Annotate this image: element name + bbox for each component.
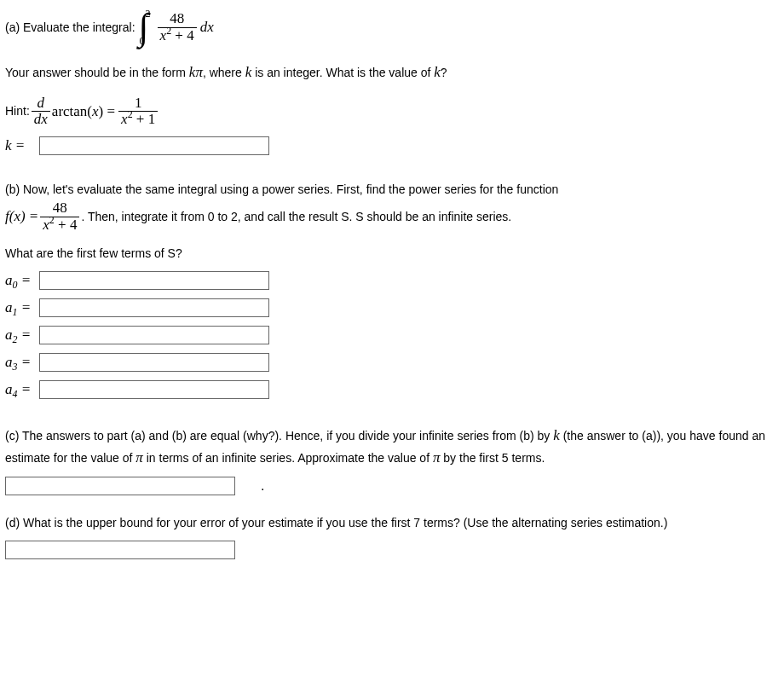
part-b-question: What are the first few terms of S?: [5, 245, 779, 263]
a3-input[interactable]: [39, 353, 269, 372]
a2-row: a2 =: [5, 326, 779, 344]
a4-row: a4 =: [5, 380, 779, 399]
a4-label: a4 =: [5, 381, 39, 398]
part-d-text: (d) What is the upper bound for your err…: [5, 514, 779, 532]
part-c-input-row: .: [5, 477, 779, 495]
error-bound-input[interactable]: [5, 541, 235, 559]
a0-label: a0 =: [5, 272, 39, 289]
k-input-row: k =: [5, 136, 779, 155]
int-upper: 2: [146, 9, 151, 19]
integrand-dx: dx: [200, 16, 214, 38]
int-lower: 0: [140, 36, 145, 46]
a3-row: a3 =: [5, 353, 779, 372]
a0-input[interactable]: [39, 271, 269, 290]
a4-input[interactable]: [39, 380, 269, 399]
k-input[interactable]: [39, 136, 269, 155]
a1-input[interactable]: [39, 298, 269, 317]
pi-approx-input[interactable]: [5, 477, 235, 495]
part-c-text: (c) The answers to part (a) and (b) are …: [5, 425, 779, 468]
part-a-prompt: (a) Evaluate the integral: ∫ 2 0 48 x2 +…: [5, 9, 779, 46]
part-a-hint: Hint: d dx arctan(x) = 1 x2 + 1: [5, 95, 779, 128]
part-a-instruction: Your answer should be in the form kπ, wh…: [5, 61, 779, 84]
hint-label: Hint:: [5, 102, 30, 120]
a0-row: a0 =: [5, 271, 779, 290]
a1-row: a1 =: [5, 298, 779, 317]
integrand-num: 48: [158, 11, 197, 28]
part-b-text: (b) Now, let's evaluate the same integra…: [5, 181, 779, 233]
a3-label: a3 =: [5, 354, 39, 371]
integrand-den: x2 + 4: [158, 28, 197, 44]
a2-label: a2 =: [5, 327, 39, 344]
part-d-input-row: [5, 541, 779, 559]
a1-label: a1 =: [5, 299, 39, 316]
dot: .: [261, 478, 264, 494]
a2-input[interactable]: [39, 326, 269, 344]
k-label: k =: [5, 137, 39, 154]
part-a-text: (a) Evaluate the integral:: [5, 19, 135, 37]
